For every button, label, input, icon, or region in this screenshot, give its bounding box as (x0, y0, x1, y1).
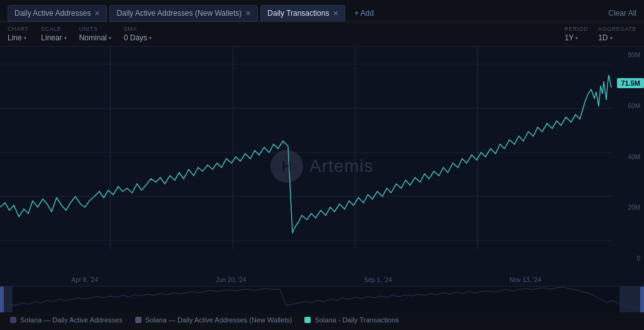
x-label-jun: Jun 20, '24 (216, 276, 247, 283)
aggregate-value: 1D (598, 33, 608, 42)
sma-select[interactable]: 0 Days ▾ (124, 33, 152, 42)
units-select[interactable]: Nominal ▾ (79, 33, 111, 42)
legend-dot-active-addresses (10, 317, 16, 323)
chart-value: Line (8, 33, 22, 42)
toolbar-right: PERIOD 1Y ▾ AGGREGATE 1D ▾ (565, 26, 636, 42)
legend-dot-new-wallets (135, 317, 142, 323)
units-label: UNITS (79, 26, 111, 32)
y-label-40m: 40M (616, 154, 640, 161)
tab-close-0[interactable]: ✕ (94, 10, 100, 17)
units-selector: UNITS Nominal ▾ (79, 26, 111, 42)
legend-item-daily-transactions: Solana - Daily Transactions (304, 316, 399, 324)
aggregate-chevron-icon: ▾ (610, 35, 613, 41)
chart-selector: CHART Line ▾ (8, 26, 28, 42)
add-tab-button[interactable]: + Add (348, 6, 380, 21)
period-chevron-icon: ▾ (575, 35, 578, 41)
tab-label: Daily Transactions (267, 9, 329, 18)
sma-chevron-icon: ▾ (149, 35, 152, 41)
y-label-60m: 60M (616, 103, 640, 110)
y-label-20m: 20M (616, 204, 640, 211)
legend-item-active-addresses: Solana — Daily Active Addresses (10, 316, 123, 324)
scale-select[interactable]: Linear ▾ (41, 33, 66, 42)
svg-rect-13 (640, 287, 644, 312)
x-label-nov: Nov 13, '24 (509, 276, 541, 283)
svg-rect-9 (0, 287, 644, 312)
toolbar: CHART Line ▾ SCALE Linear ▾ UNITS Nomina… (0, 22, 644, 47)
watermark: H Artemis (270, 150, 374, 183)
x-label-apr: Apr 8, '24 (71, 276, 98, 283)
y-label-0: 0 (616, 255, 640, 262)
legend: Solana — Daily Active Addresses Solana —… (0, 312, 644, 327)
tab-bar: Daily Active Addresses ✕ Daily Active Ad… (0, 0, 644, 22)
legend-label-new-wallets: Solana — Daily Active Addresses (New Wal… (145, 316, 292, 324)
svg-rect-12 (0, 287, 4, 312)
scale-value: Linear (41, 33, 62, 42)
sma-value: 0 Days (124, 33, 147, 42)
watermark-text: Artemis (309, 156, 374, 176)
sma-label: SMA (124, 26, 152, 32)
units-value: Nominal (79, 33, 107, 42)
chart-area[interactable]: H Artemis 80M 60M 40M 20M 0 71.5M Apr 8,… (0, 47, 644, 286)
period-label: PERIOD (565, 26, 589, 32)
period-value: 1Y (565, 33, 574, 42)
tab-close-1[interactable]: ✕ (245, 10, 251, 17)
chart-label: CHART (8, 26, 28, 32)
tab-close-2[interactable]: ✕ (333, 10, 338, 17)
x-axis: Apr 8, '24 Jun 20, '24 Sep 1, '24 Nov 13… (0, 276, 613, 283)
aggregate-select[interactable]: 1D ▾ (598, 33, 636, 42)
watermark-logo: H (270, 150, 303, 183)
tab-label: Daily Active Addresses (14, 9, 91, 18)
price-tag: 71.5M (617, 78, 644, 88)
aggregate-selector: AGGREGATE 1D ▾ (598, 26, 636, 42)
tab-daily-active-addresses[interactable]: Daily Active Addresses ✕ (8, 5, 107, 21)
period-select[interactable]: 1Y ▾ (565, 33, 589, 42)
legend-dot-daily-transactions (304, 317, 311, 323)
units-chevron-icon: ▾ (109, 35, 111, 41)
scale-label: SCALE (41, 26, 66, 32)
tab-daily-active-addresses-new-wallets[interactable]: Daily Active Addresses (New Wallets) ✕ (109, 5, 258, 21)
scale-selector: SCALE Linear ▾ (41, 26, 66, 42)
tab-daily-transactions[interactable]: Daily Transactions ✕ (260, 5, 345, 21)
x-label-sep: Sep 1, '24 (364, 276, 392, 283)
tab-label: Daily Active Addresses (New Wallets) (116, 9, 242, 18)
mini-chart[interactable] (0, 286, 644, 312)
legend-label-daily-transactions: Solana - Daily Transactions (314, 316, 399, 324)
legend-item-new-wallets: Solana — Daily Active Addresses (New Wal… (135, 316, 292, 324)
y-label-80m: 80M (616, 52, 640, 59)
sma-selector: SMA 0 Days ▾ (124, 26, 152, 42)
period-selector: PERIOD 1Y ▾ (565, 26, 589, 42)
aggregate-label: AGGREGATE (598, 26, 636, 32)
chart-chevron-icon: ▾ (24, 35, 26, 41)
chart-select[interactable]: Line ▾ (8, 33, 28, 42)
clear-all-button[interactable]: Clear All (602, 6, 636, 21)
legend-label-active-addresses: Solana — Daily Active Addresses (20, 316, 123, 324)
scale-chevron-icon: ▾ (64, 35, 67, 41)
